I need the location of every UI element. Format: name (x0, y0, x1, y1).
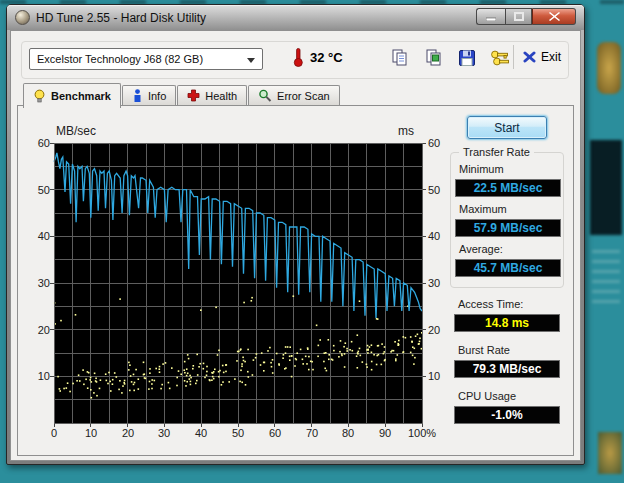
app-icon (15, 10, 30, 25)
tick-label: 60 (20, 136, 50, 150)
left-axis-unit: MB/sec (56, 124, 96, 138)
transfer-rate-group: Transfer Rate Minimum 22.5 MB/sec Maximu… (450, 152, 564, 288)
tick-label: 40 (20, 229, 50, 243)
save-icon (458, 49, 476, 67)
app-window: HD Tune 2.55 - Hard Disk Utility Excelst… (6, 4, 585, 465)
desktop-artifact (597, 42, 621, 94)
tick-label: 30 (20, 276, 50, 290)
tab-error-scan[interactable]: Error Scan (248, 85, 340, 105)
close-icon (549, 12, 560, 21)
result-label: Maximum (459, 203, 507, 215)
result-label: Minimum (459, 163, 504, 175)
result-label: CPU Usage (458, 390, 516, 402)
tick-label: 20 (20, 323, 50, 337)
benchmark-panel: MB/sec ms 101020203030404050506060010203… (17, 105, 574, 456)
exit-x-icon (523, 51, 536, 63)
right-axis-unit: ms (358, 124, 414, 138)
grid-lines (54, 143, 422, 423)
minimize-button[interactable] (476, 8, 505, 25)
tick-label: 60 (255, 426, 295, 440)
options-button[interactable] (489, 47, 511, 69)
tab-label: Info (148, 90, 166, 102)
result-label: Access Time: (458, 298, 523, 310)
copy-image-button[interactable] (423, 47, 445, 69)
average-value: 45.7 MB/sec (455, 259, 561, 277)
caption-buttons (476, 8, 576, 25)
tick-label: 100% (402, 426, 442, 440)
tab-label: Benchmark (51, 90, 111, 102)
window-client-area: Excelstor Technology J68 (82 GB) 32 °C (10, 30, 581, 461)
extra-results: Access Time: 14.8 ms Burst Rate 79.3 MB/… (450, 288, 564, 448)
start-button[interactable]: Start (467, 116, 547, 139)
tick-label: 40 (181, 426, 221, 440)
benchmark-bulb-icon (33, 89, 46, 103)
toolbar-separator (513, 45, 514, 69)
maximize-button[interactable] (505, 8, 532, 25)
tab-benchmark[interactable]: Benchmark (23, 83, 121, 108)
result-label: Burst Rate (458, 344, 510, 356)
drive-select-value: Excelstor Technology J68 (82 GB) (37, 53, 203, 65)
cpu-usage-value: -1.0% (454, 406, 560, 424)
tick-label: 80 (328, 426, 368, 440)
group-title: Transfer Rate (459, 146, 534, 158)
tick-label: 70 (292, 426, 332, 440)
access-time-value: 14.8 ms (454, 314, 560, 332)
copy-image-icon (425, 49, 443, 67)
copy-icon (391, 49, 409, 67)
temperature-indicator: 32 °C (293, 45, 343, 69)
minimum-value: 22.5 MB/sec (455, 179, 561, 197)
save-button[interactable] (456, 47, 478, 69)
exit-button[interactable]: Exit (523, 47, 561, 67)
options-keys-icon (490, 49, 510, 67)
desktop-artifact (592, 250, 620, 310)
tab-health[interactable]: Health (177, 85, 247, 105)
info-icon (132, 89, 143, 102)
tick-label: 90 (365, 426, 405, 440)
tick-label: 10 (71, 426, 111, 440)
chevron-down-icon (247, 58, 255, 63)
desktop-artifact (590, 140, 622, 235)
tab-label: Health (205, 90, 237, 102)
tick-label: 50 (20, 183, 50, 197)
tick-label: 30 (144, 426, 184, 440)
maximum-value: 57.9 MB/sec (455, 219, 561, 237)
exit-label: Exit (541, 50, 561, 64)
health-cross-icon (187, 89, 200, 102)
tick-label: 20 (108, 426, 148, 440)
window-title: HD Tune 2.55 - Hard Disk Utility (36, 11, 206, 25)
magnifier-icon (258, 89, 272, 102)
tab-label: Error Scan (277, 90, 330, 102)
tick-label: 60 (428, 136, 458, 150)
drive-select-dropdown[interactable]: Excelstor Technology J68 (82 GB) (29, 48, 263, 70)
titlebar: HD Tune 2.55 - Hard Disk Utility (7, 5, 584, 30)
result-label: Average: (459, 243, 503, 255)
temperature-value: 32 °C (310, 50, 343, 65)
desktop-artifact (598, 432, 622, 474)
thermometer-icon (293, 47, 304, 67)
tick-label: 10 (20, 369, 50, 383)
tick-label: 0 (34, 426, 74, 440)
chart-plot (49, 143, 427, 429)
burst-rate-value: 79.3 MB/sec (454, 360, 560, 378)
tick-label: 50 (218, 426, 258, 440)
close-button[interactable] (532, 8, 576, 25)
tab-info[interactable]: Info (122, 85, 176, 105)
copy-text-button[interactable] (389, 47, 411, 69)
